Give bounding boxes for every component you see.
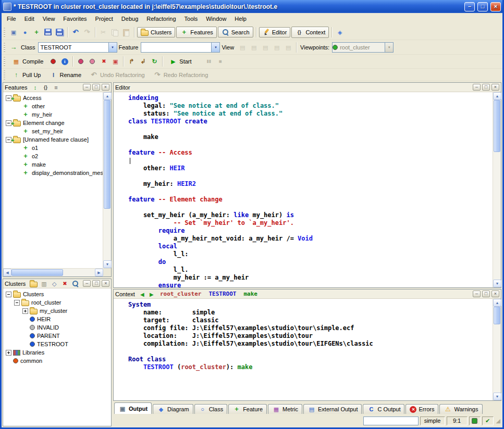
tab-class[interactable]: ○Class <box>194 404 228 414</box>
tree-item-my-cluster[interactable]: my_cluster <box>4 307 111 315</box>
context-button[interactable]: {}Context <box>291 27 329 38</box>
breadcrumb-root-cluster[interactable]: root_cluster <box>160 291 201 297</box>
sync-state-button[interactable]: ✔ <box>482 417 494 425</box>
save-all-button[interactable] <box>54 27 65 38</box>
edit-state-button[interactable] <box>469 417 481 425</box>
up-down-button[interactable]: ↕ <box>30 83 40 92</box>
context-back-button[interactable]: ◀ <box>138 291 146 297</box>
feature-combobox-arrow[interactable]: ▼ <box>211 43 219 52</box>
tree-item-root-cluster[interactable]: root_cluster <box>4 298 111 307</box>
tree-item-testroot[interactable]: TESTROOT <box>4 340 111 348</box>
tree-item-clusters[interactable]: Clusters <box>4 290 111 298</box>
menu-favorites[interactable]: Favorites <box>59 14 91 23</box>
tab-feature[interactable]: +Feature <box>228 404 267 414</box>
context-output[interactable]: System name: simple target: classic conf… <box>114 299 493 400</box>
open-file-button[interactable]: ● <box>19 27 31 38</box>
add-cluster-button[interactable] <box>29 280 38 288</box>
viewpoints-combobox-arrow[interactable]: ▼ <box>385 43 393 52</box>
breadcrumb-testroot[interactable]: TESTROOT <box>208 291 236 297</box>
context-forward-button[interactable]: ▶ <box>147 291 155 297</box>
scroll-down-icon[interactable]: ▼ <box>103 260 112 268</box>
delete-button[interactable]: ▥ <box>39 280 48 288</box>
clusters-close-button[interactable]: × <box>102 280 109 287</box>
scroll-down-icon[interactable]: ▼ <box>493 280 501 287</box>
class-combobox[interactable]: TESTROOT ▼ <box>38 42 117 53</box>
class-tool-button[interactable]: → <box>8 42 19 53</box>
tree-item-invalid[interactable]: INVALID <box>4 323 111 332</box>
expand-icon[interactable] <box>22 308 28 314</box>
feature-combobox[interactable]: ▼ <box>141 42 220 53</box>
new-class-button[interactable]: + <box>31 27 42 38</box>
tree-item-libraries[interactable]: Libraries <box>4 348 111 357</box>
menu-refactoring[interactable]: Refactoring <box>142 14 180 23</box>
tab-warnings[interactable]: ⚠Warnings <box>439 404 482 414</box>
redo-refactoring-button[interactable]: ↷Redo Refactoring <box>150 69 212 81</box>
tree-item-heir[interactable]: HEIR <box>4 315 111 323</box>
tree-item-make[interactable]: +make <box>4 160 103 169</box>
clickable-view-button[interactable]: ▤ <box>248 42 260 53</box>
tree-item-access[interactable]: Access <box>4 94 103 102</box>
status-input[interactable] <box>363 417 419 425</box>
step-out-button[interactable]: ↻ <box>149 56 160 67</box>
debug-ignore-breakpoints-button[interactable] <box>87 56 98 67</box>
tab-output[interactable]: ▣Output <box>114 402 152 414</box>
diagram-tool-button[interactable]: ◈ <box>334 27 346 38</box>
debug-run-button[interactable] <box>75 56 87 67</box>
menu-debug[interactable]: Debug <box>117 14 142 23</box>
save-button[interactable] <box>42 27 54 38</box>
flat-view-button[interactable]: ▤ <box>260 42 271 53</box>
tree-item-common[interactable]: common <box>4 357 111 365</box>
menu-view[interactable]: View <box>39 14 59 23</box>
title-bar[interactable]: * TESTROOT in cluster root_cluster locat… <box>2 0 502 13</box>
scrollbar-thumb[interactable] <box>494 100 500 152</box>
tree-item-my-heir[interactable]: +my_heir <box>4 110 103 119</box>
clear-breakpoints-button[interactable]: ✖ <box>98 56 109 67</box>
toolbar-grip[interactable] <box>4 70 5 80</box>
scroll-down-icon[interactable]: ▼ <box>493 393 501 400</box>
redo-button[interactable]: ↷ <box>81 27 93 38</box>
search-button[interactable] <box>70 280 80 288</box>
context-minimize-button[interactable]: – <box>473 291 481 297</box>
pause-button[interactable]: ▮▮ <box>203 56 215 67</box>
rename-button[interactable]: IRename <box>45 69 85 81</box>
contract-view-button[interactable]: ▤ <box>271 42 282 53</box>
braces-button[interactable]: {} <box>41 83 50 92</box>
new-window-button[interactable]: ▣ <box>8 27 19 38</box>
viewpoints-combobox[interactable]: root_cluster ▼ <box>332 42 394 53</box>
menu-button[interactable]: ≡ <box>51 83 60 92</box>
search-button[interactable]: Search <box>218 27 253 37</box>
paste-button[interactable] <box>120 27 132 38</box>
close-button[interactable]: × <box>490 2 501 11</box>
breadcrumb-make[interactable]: make <box>243 291 257 297</box>
context-vertical-scrollbar[interactable]: ▲ ▼ <box>493 299 501 400</box>
resize-grip[interactable]: ◢ <box>496 418 500 424</box>
features-close-button[interactable]: × <box>102 84 109 91</box>
freeze-button[interactable] <box>47 56 59 67</box>
scrollbar-thumb[interactable] <box>11 269 63 276</box>
scrollbar-thumb[interactable] <box>104 100 110 209</box>
tree-item-set-my-heir[interactable]: +set_my_heir <box>4 127 103 135</box>
step-into-button[interactable]: ↲ <box>137 56 149 67</box>
text-view-button[interactable]: ▤ <box>237 42 248 53</box>
scroll-right-icon[interactable]: ▶ <box>95 269 103 276</box>
tab-metric[interactable]: ▦Metric <box>268 404 302 414</box>
tree-item-parent[interactable]: PARENT <box>4 332 111 340</box>
menu-edit[interactable]: Edit <box>20 14 39 23</box>
menu-window[interactable]: Window <box>202 14 230 23</box>
tree-item-o2[interactable]: +o2 <box>4 152 103 160</box>
compile-button[interactable]: ▦Compile <box>8 56 47 67</box>
menu-tools[interactable]: Tools <box>180 14 202 23</box>
debug-tool-button[interactable]: ▣ <box>109 56 121 67</box>
tab-external-output[interactable]: ▤External Output <box>303 404 362 414</box>
undo-refactoring-button[interactable]: ↶Undo Refactoring <box>86 69 149 81</box>
info-button[interactable]: i <box>59 56 70 67</box>
features-vertical-scrollbar[interactable]: ▲ ▼ <box>103 92 111 268</box>
menu-project[interactable]: Project <box>91 14 117 23</box>
scroll-up-icon[interactable]: ▲ <box>103 92 112 100</box>
menu-file[interactable]: File <box>3 14 20 23</box>
context-maximize-button[interactable]: □ <box>482 291 490 297</box>
expand-icon[interactable] <box>6 350 11 356</box>
tab-errors[interactable]: ✕Errors <box>405 404 438 414</box>
editor-close-button[interactable]: × <box>491 84 499 91</box>
toolbar-grip[interactable] <box>4 43 5 52</box>
